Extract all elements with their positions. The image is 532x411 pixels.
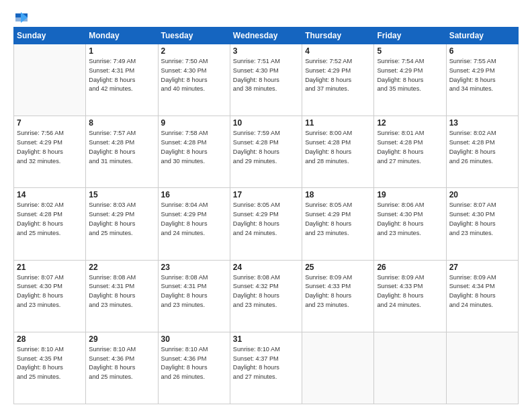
calendar-week-row: 7Sunrise: 7:56 AMSunset: 4:29 PMDaylight… [14,116,519,188]
calendar-cell: 14Sunrise: 8:02 AMSunset: 4:28 PMDayligh… [14,188,86,260]
day-info: Sunrise: 8:03 AMSunset: 4:29 PMDaylight:… [89,201,154,238]
day-number: 23 [161,263,227,272]
calendar-cell: 22Sunrise: 8:08 AMSunset: 4:31 PMDayligh… [86,260,158,332]
weekday-header: Sunday [14,28,86,44]
day-info: Sunrise: 7:54 AMSunset: 4:29 PMDaylight:… [377,57,443,94]
day-number: 7 [17,118,83,128]
day-info: Sunrise: 8:04 AMSunset: 4:29 PMDaylight:… [161,201,227,238]
calendar-cell: 5Sunrise: 7:54 AMSunset: 4:29 PMDaylight… [374,44,446,116]
calendar-cell [446,332,518,404]
day-number: 15 [89,190,154,199]
calendar-cell: 21Sunrise: 8:07 AMSunset: 4:30 PMDayligh… [14,260,86,332]
day-info: Sunrise: 8:05 AMSunset: 4:29 PMDaylight:… [305,201,371,238]
day-number: 2 [161,46,227,56]
day-number: 26 [377,263,443,272]
calendar-cell [374,332,446,404]
day-info: Sunrise: 8:08 AMSunset: 4:31 PMDaylight:… [89,273,154,310]
calendar-cell: 2Sunrise: 7:50 AMSunset: 4:30 PMDaylight… [158,44,230,116]
logo-flag-icon [14,12,29,23]
day-number: 18 [305,190,371,199]
calendar-week-row: 14Sunrise: 8:02 AMSunset: 4:28 PMDayligh… [14,188,519,260]
calendar-cell: 12Sunrise: 8:01 AMSunset: 4:28 PMDayligh… [374,116,446,188]
day-number: 3 [233,46,299,56]
calendar-cell: 16Sunrise: 8:04 AMSunset: 4:29 PMDayligh… [158,188,230,260]
calendar-cell [14,44,86,116]
weekday-header: Monday [86,28,158,44]
day-number: 9 [161,118,227,128]
day-number: 8 [89,118,154,128]
day-info: Sunrise: 7:55 AMSunset: 4:29 PMDaylight:… [449,57,515,94]
day-number: 12 [377,118,443,128]
calendar-week-row: 28Sunrise: 8:10 AMSunset: 4:35 PMDayligh… [14,332,519,404]
day-number: 19 [377,190,443,199]
calendar-header-row: SundayMondayTuesdayWednesdayThursdayFrid… [14,28,519,44]
day-info: Sunrise: 8:07 AMSunset: 4:30 PMDaylight:… [17,273,83,310]
day-info: Sunrise: 7:59 AMSunset: 4:28 PMDaylight:… [233,129,299,166]
calendar-cell: 27Sunrise: 8:09 AMSunset: 4:34 PMDayligh… [446,260,518,332]
day-info: Sunrise: 8:00 AMSunset: 4:28 PMDaylight:… [305,129,371,166]
day-info: Sunrise: 8:09 AMSunset: 4:33 PMDaylight:… [305,273,371,310]
weekday-header: Saturday [446,28,518,44]
calendar-week-row: 21Sunrise: 8:07 AMSunset: 4:30 PMDayligh… [14,260,519,332]
logo [13,12,29,20]
page: SundayMondayTuesdayWednesdayThursdayFrid… [0,0,532,411]
calendar-cell: 1Sunrise: 7:49 AMSunset: 4:31 PMDaylight… [86,44,158,116]
day-number: 22 [89,263,154,272]
header [13,12,519,20]
calendar-cell: 29Sunrise: 8:10 AMSunset: 4:36 PMDayligh… [86,332,158,404]
calendar-cell: 3Sunrise: 7:51 AMSunset: 4:30 PMDaylight… [230,44,302,116]
calendar-cell: 31Sunrise: 8:10 AMSunset: 4:37 PMDayligh… [230,332,302,404]
day-number: 14 [17,190,83,199]
day-info: Sunrise: 7:51 AMSunset: 4:30 PMDaylight:… [233,57,299,94]
day-info: Sunrise: 8:02 AMSunset: 4:28 PMDaylight:… [17,201,83,238]
calendar-week-row: 1Sunrise: 7:49 AMSunset: 4:31 PMDaylight… [14,44,519,116]
day-number: 21 [17,263,83,272]
day-number: 29 [89,334,154,344]
weekday-header: Tuesday [158,28,230,44]
day-info: Sunrise: 8:02 AMSunset: 4:28 PMDaylight:… [449,129,515,166]
weekday-header: Wednesday [230,28,302,44]
day-number: 28 [17,334,83,344]
calendar-cell: 15Sunrise: 8:03 AMSunset: 4:29 PMDayligh… [86,188,158,260]
weekday-header: Friday [374,28,446,44]
day-info: Sunrise: 8:10 AMSunset: 4:35 PMDaylight:… [17,345,83,382]
day-info: Sunrise: 7:52 AMSunset: 4:29 PMDaylight:… [305,57,371,94]
calendar-cell: 30Sunrise: 8:10 AMSunset: 4:36 PMDayligh… [158,332,230,404]
day-info: Sunrise: 8:09 AMSunset: 4:34 PMDaylight:… [449,273,515,310]
day-info: Sunrise: 7:56 AMSunset: 4:29 PMDaylight:… [17,129,83,166]
day-number: 4 [305,46,371,56]
calendar-cell: 11Sunrise: 8:00 AMSunset: 4:28 PMDayligh… [302,116,374,188]
day-number: 17 [233,190,299,199]
calendar-cell: 17Sunrise: 8:05 AMSunset: 4:29 PMDayligh… [230,188,302,260]
day-info: Sunrise: 8:10 AMSunset: 4:37 PMDaylight:… [233,345,299,382]
day-number: 10 [233,118,299,128]
day-number: 13 [449,118,515,128]
day-info: Sunrise: 7:50 AMSunset: 4:30 PMDaylight:… [161,57,227,94]
day-number: 16 [161,190,227,199]
calendar-cell: 28Sunrise: 8:10 AMSunset: 4:35 PMDayligh… [14,332,86,404]
day-info: Sunrise: 8:07 AMSunset: 4:30 PMDaylight:… [449,201,515,238]
calendar-cell: 23Sunrise: 8:08 AMSunset: 4:31 PMDayligh… [158,260,230,332]
day-info: Sunrise: 8:09 AMSunset: 4:33 PMDaylight:… [377,273,443,310]
calendar-cell: 24Sunrise: 8:08 AMSunset: 4:32 PMDayligh… [230,260,302,332]
day-number: 25 [305,263,371,272]
calendar-cell: 18Sunrise: 8:05 AMSunset: 4:29 PMDayligh… [302,188,374,260]
calendar-cell: 6Sunrise: 7:55 AMSunset: 4:29 PMDaylight… [446,44,518,116]
day-number: 27 [449,263,515,272]
day-info: Sunrise: 8:01 AMSunset: 4:28 PMDaylight:… [377,129,443,166]
calendar-cell: 26Sunrise: 8:09 AMSunset: 4:33 PMDayligh… [374,260,446,332]
calendar-cell: 7Sunrise: 7:56 AMSunset: 4:29 PMDaylight… [14,116,86,188]
day-number: 6 [449,46,515,56]
calendar-cell: 20Sunrise: 8:07 AMSunset: 4:30 PMDayligh… [446,188,518,260]
day-info: Sunrise: 8:10 AMSunset: 4:36 PMDaylight:… [161,345,227,382]
day-number: 30 [161,334,227,344]
calendar-cell: 13Sunrise: 8:02 AMSunset: 4:28 PMDayligh… [446,116,518,188]
day-info: Sunrise: 8:06 AMSunset: 4:30 PMDaylight:… [377,201,443,238]
day-info: Sunrise: 7:58 AMSunset: 4:28 PMDaylight:… [161,129,227,166]
day-number: 1 [89,46,154,56]
weekday-header: Thursday [302,28,374,44]
calendar-cell: 10Sunrise: 7:59 AMSunset: 4:28 PMDayligh… [230,116,302,188]
day-info: Sunrise: 8:08 AMSunset: 4:31 PMDaylight:… [161,273,227,310]
day-number: 31 [233,334,299,344]
day-number: 11 [305,118,371,128]
